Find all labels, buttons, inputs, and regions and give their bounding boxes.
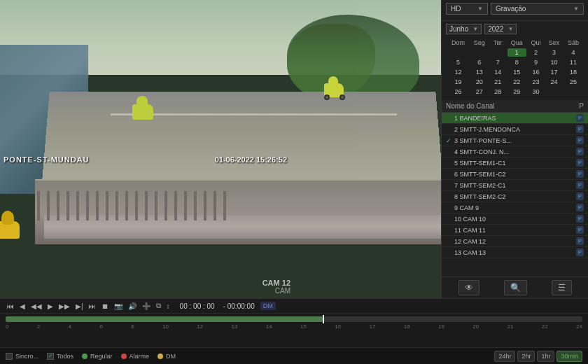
next-frame-button[interactable]: ▶| — [74, 302, 85, 311]
timeline-label-2: 2 — [37, 323, 40, 330]
calendar-day[interactable]: 26 — [447, 88, 469, 96]
calendar-day[interactable]: 3 — [545, 48, 563, 57]
calendar-day[interactable]: 30 — [528, 88, 544, 96]
eye-button[interactable]: 👁 — [458, 280, 479, 295]
channel-item[interactable]: 7 SMTT-SEM2-C1P — [442, 180, 588, 191]
channel-item[interactable]: 6 SMTT-SEM1-C2P — [442, 169, 588, 180]
timeline-label-8: 8 — [131, 323, 134, 330]
calendar-day[interactable]: 17 — [545, 68, 563, 76]
layout-button[interactable]: ⧉ — [155, 301, 162, 311]
calendar-day[interactable]: 16 — [528, 68, 544, 76]
channel-name-label: 11 CAM 11 — [454, 227, 576, 234]
hd-dropdown[interactable]: HD ▼ — [446, 3, 488, 15]
time-btn-1hr[interactable]: 1hr — [537, 351, 554, 362]
fast-forward-button[interactable]: ▶▶ — [57, 302, 71, 311]
timeline-label-4: 4 — [69, 323, 71, 330]
prev-button[interactable]: ◀ — [18, 302, 27, 311]
bottom-controls: ⏮ ◀ ◀◀ ▶ ▶▶ ▶| ⏭ ⏹ 📷 🔊 ➕ ⧉ ↕ 00 : 00 : 0… — [0, 298, 588, 347]
channel-p-badge: P — [576, 114, 584, 122]
header-dropdowns: HD ▼ Gravação ▼ — [442, 0, 588, 21]
alarme-status: Alarme — [121, 353, 150, 360]
time-btn-2hr[interactable]: 2hr — [517, 351, 535, 362]
channel-item[interactable]: 11 CAM 11P — [442, 225, 588, 236]
todos-checkbox[interactable]: ✓ — [47, 353, 54, 360]
sincro-label: Sincro... — [15, 353, 38, 360]
video-overlay — [0, 0, 441, 298]
channel-name-label: 3 SMTT-PONTE-S... — [454, 137, 576, 144]
channel-header: Nome do Canal P — [442, 100, 588, 113]
timeline-label-24: 24 — [576, 323, 582, 330]
calendar-day[interactable]: 15 — [507, 68, 527, 76]
channel-item[interactable]: 13 CAM 13P — [442, 247, 588, 258]
channel-item[interactable]: ✓3 SMTT-PONTE-S...P — [442, 135, 588, 146]
channel-p-badge: P — [576, 136, 584, 144]
search-button[interactable]: 🔍 — [504, 280, 527, 295]
calendar-day[interactable]: 22 — [507, 78, 527, 86]
channel-item[interactable]: 12 CAM 12P — [442, 236, 588, 247]
calendar-day[interactable]: 12 — [447, 68, 469, 76]
timeline-area[interactable]: 0 2 4 6 8 10 12 13 14 15 16 17 18 19 20 … — [0, 314, 588, 347]
calendar-day[interactable]: 23 — [528, 78, 544, 86]
calendar-day[interactable]: 19 — [447, 78, 469, 86]
play-button[interactable]: ▶ — [46, 302, 55, 311]
channel-item[interactable]: 2 SMTT-J.MENDONCAP — [442, 124, 588, 135]
calendar-day[interactable]: 13 — [470, 68, 489, 76]
recording-dropdown[interactable]: Gravação ▼ — [491, 3, 584, 15]
channel-item[interactable]: 5 SMTT-SEM1-C1P — [442, 158, 588, 169]
year-selector[interactable]: 2022 ▼ — [484, 24, 517, 34]
rewind-button[interactable]: ◀◀ — [29, 302, 43, 311]
hd-dropdown-row: HD ▼ Gravação ▼ — [446, 3, 584, 15]
recording-label: Gravação — [496, 5, 526, 13]
calendar-day[interactable]: 20 — [470, 78, 489, 86]
channel-item[interactable]: 8 SMTT-SEM2-C2P — [442, 191, 588, 202]
calendar-day[interactable]: 25 — [564, 78, 582, 86]
calendar-day[interactable]: 28 — [490, 88, 506, 96]
calendar-day[interactable]: 21 — [490, 78, 506, 86]
timeline-label-17: 17 — [369, 323, 375, 330]
camera-button[interactable]: 📷 — [113, 302, 124, 311]
skip-back-button[interactable]: ⏮ — [6, 302, 15, 311]
timeline-label-22: 22 — [542, 323, 548, 330]
playback-controls: ⏮ ◀ ◀◀ ▶ ▶▶ ▶| ⏭ ⏹ 📷 🔊 ➕ ⧉ ↕ 00 : 00 : 0… — [0, 299, 588, 314]
timeline-track[interactable] — [6, 316, 582, 322]
calendar-day[interactable]: 2 — [528, 48, 544, 57]
channel-item[interactable]: 1 BANDEIRASP — [442, 113, 588, 124]
calendar-day[interactable]: 24 — [545, 78, 563, 86]
calendar-day[interactable]: 29 — [507, 88, 527, 96]
zoom-button[interactable]: ➕ — [141, 302, 152, 311]
hd-label: HD — [451, 5, 461, 13]
calendar-day[interactable]: 4 — [564, 48, 582, 57]
todos-status: ✓ Todos — [47, 353, 74, 360]
calendar-day[interactable]: 8 — [507, 58, 527, 66]
timeline-label-21: 21 — [507, 323, 513, 330]
calendar-day[interactable]: 6 — [470, 58, 489, 66]
calendar-day[interactable]: 10 — [545, 58, 563, 66]
month-selector[interactable]: Junho ▼ — [446, 24, 482, 34]
channel-item[interactable]: 9 CAM 9P — [442, 202, 588, 214]
calendar-day[interactable]: 9 — [528, 58, 544, 66]
sincro-checkbox[interactable] — [6, 353, 13, 360]
timeline-labels: 0 2 4 6 8 10 12 13 14 15 16 17 18 19 20 … — [6, 323, 582, 330]
skip-forward-button[interactable]: ⏭ — [88, 302, 97, 311]
calendar-day[interactable]: 1 — [507, 48, 527, 57]
calendar-day[interactable]: 27 — [470, 88, 489, 96]
time-btn-30min[interactable]: 30min — [556, 351, 582, 362]
time-btn-24hr[interactable]: 24hr — [494, 351, 515, 362]
calendar-day[interactable]: 5 — [447, 58, 469, 66]
calendar-header: Junho ▼ 2022 ▼ — [446, 24, 584, 34]
calendar-week-row: 567891011 — [447, 58, 582, 66]
calendar-day[interactable]: 18 — [564, 68, 582, 76]
calendar-section: Junho ▼ 2022 ▼ Dom Seg Ter Qua — [442, 21, 588, 100]
calendar-day[interactable]: 7 — [490, 58, 506, 66]
calendar-week-row: 1234 — [447, 48, 582, 57]
channel-item[interactable]: 10 CAM 10P — [442, 214, 588, 225]
calendar-day[interactable]: 11 — [564, 58, 582, 66]
stop-button[interactable]: ⏹ — [100, 302, 110, 311]
audio-button[interactable]: 🔊 — [127, 302, 138, 311]
menu-button[interactable]: ☰ — [552, 280, 572, 295]
calendar-day[interactable]: 14 — [490, 68, 506, 76]
smart-button[interactable]: ↕ — [165, 302, 172, 311]
calendar-day — [564, 88, 582, 96]
channel-item[interactable]: 4 SMTT-CONJ. N...P — [442, 146, 588, 158]
channel-p-badge: P — [576, 148, 584, 155]
